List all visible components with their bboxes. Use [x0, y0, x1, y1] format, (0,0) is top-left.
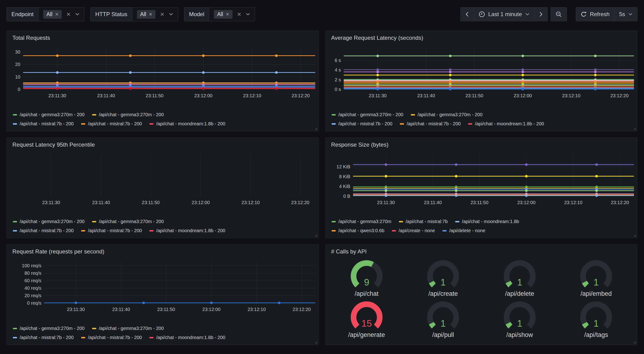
chevron-down-icon [628, 13, 632, 16]
series-point [129, 55, 132, 57]
filter-control-model[interactable]: ModelAll×× [184, 7, 255, 21]
legend-item[interactable]: /api/chat - gemma3:270m - 200 [13, 112, 84, 117]
legend-label: /api/chat - gemma3:270m - 200 [20, 219, 84, 224]
legend-item[interactable]: /api/delete - none [442, 228, 485, 233]
legend-item[interactable]: /api/chat - mistral:7b - 200 [13, 335, 74, 340]
series-point [202, 71, 205, 74]
chip-remove-icon[interactable]: × [226, 12, 229, 17]
legend-item[interactable]: /api/chat - mistral:7b - 200 [81, 335, 142, 340]
legend-label: /api/chat - gemma3:270m - 200 [99, 219, 164, 224]
panel-resize-handle[interactable] [314, 127, 317, 130]
zoom-out-button[interactable] [551, 8, 567, 21]
chart-legend: /api/chat - gemma3:270m - 200/api/chat -… [7, 326, 318, 345]
gauge-arc: 1 [575, 256, 617, 289]
legend-item[interactable]: /api/chat - gemma3:270m - 200 [13, 219, 84, 224]
panel-request-rate: Request Rate (requests per second) 0 req… [6, 244, 319, 345]
time-shift-back-button[interactable] [460, 8, 474, 21]
legend-item[interactable]: /api/chat - mistral:7b - 200 [81, 228, 142, 233]
legend-item[interactable]: /api/chat - mistral:7b - 200 [332, 121, 392, 127]
filter-control-http-status[interactable]: HTTP StatusAll×× [90, 7, 178, 21]
gauge-api-delete[interactable]: 1/api/delete [481, 256, 558, 298]
legend-swatch [13, 230, 17, 231]
gauge-label: /api/pull [432, 331, 454, 338]
gauge-api-generate[interactable]: 15/api/generate [328, 298, 405, 339]
legend-item[interactable]: /api/chat - moondream:1.8b - 200 [149, 335, 225, 340]
legend-label: /api/chat - mistral:7b - 200 [20, 335, 74, 340]
y-tick-label: 4 s [334, 67, 341, 73]
filter-chip[interactable]: All× [43, 10, 62, 19]
y-tick-label: 12 KiB [336, 164, 350, 169]
x-tick-label: 23:11:40 [424, 200, 442, 205]
series-point [525, 175, 528, 177]
legend-label: /api/chat - moondream:1.8b - 200 [156, 121, 225, 127]
legend-item[interactable]: /api/chat - moondream:1.8b - 200 [468, 121, 544, 127]
filter-clear-icon[interactable]: × [66, 11, 70, 18]
gauge-api-create[interactable]: 1/api/create [405, 256, 482, 298]
legend-item[interactable]: /api/chat - moondream:1.8b [455, 219, 519, 224]
legend-swatch [332, 221, 336, 222]
legend-item[interactable]: /api/chat - gemma3:270m - 200 [411, 112, 482, 117]
series-point [596, 175, 598, 177]
gauge-api-tags[interactable]: 1/api/tags [558, 298, 635, 339]
gauge-api-embed[interactable]: 1/api/embed [558, 256, 635, 298]
chevron-down-icon[interactable] [169, 13, 173, 16]
x-tick-label: 23:12:10 [242, 200, 260, 205]
time-shift-forward-button[interactable] [534, 8, 548, 21]
legend-item[interactable]: /api/chat - mistral:7b - 200 [13, 121, 74, 127]
y-tick-label: 0 B [343, 194, 350, 199]
legend-item[interactable]: /api/chat - gemma3:270m [332, 219, 392, 224]
filter-chip[interactable]: All× [214, 10, 232, 19]
legend-item[interactable]: /api/chat - qwen3:0.6b [332, 228, 384, 233]
panel-resize-handle[interactable] [314, 340, 317, 344]
series-point [376, 55, 379, 57]
refresh-button[interactable]: Refresh [576, 8, 614, 21]
panel-resize-handle[interactable] [633, 234, 636, 237]
filter-value[interactable]: All×× [132, 8, 178, 21]
chevron-down-icon[interactable] [75, 13, 80, 16]
y-tick-label: 8 KiB [339, 174, 350, 179]
gauge-api-pull[interactable]: 1/api/pull [405, 298, 482, 339]
legend-item[interactable]: /api/create - none [392, 228, 435, 233]
x-tick-label: 23:11:50 [142, 200, 160, 205]
legend-item[interactable]: /api/chat - gemma3:270m - 200 [13, 326, 84, 331]
gauge-api-show[interactable]: 1/api/show [481, 298, 558, 339]
filter-clear-icon[interactable]: × [237, 11, 242, 18]
series-point [594, 88, 596, 91]
legend-item[interactable]: /api/chat - mistral:7b - 200 [400, 121, 460, 127]
legend-item[interactable]: /api/chat - mistral:7b - 200 [13, 228, 74, 233]
filter-value[interactable]: All×× [209, 8, 255, 21]
legend-item[interactable]: /api/chat - moondream:1.8b - 200 [149, 228, 225, 233]
filter-value[interactable]: All×× [38, 8, 84, 21]
legend-item[interactable]: /api/chat - mistral:7b - 200 [81, 121, 142, 127]
filter-control-endpoint[interactable]: EndpointAll×× [6, 7, 84, 21]
gauge-arc: 1 [499, 256, 541, 289]
gauge-api-chat[interactable]: 9/api/chat [328, 256, 405, 298]
x-tick-label: 23:12:10 [243, 93, 261, 98]
chip-remove-icon[interactable]: × [55, 12, 58, 17]
refresh-interval-dropdown[interactable]: 5s [614, 8, 637, 21]
legend-item[interactable]: /api/chat - gemma3:270m - 200 [332, 112, 403, 117]
series-point [449, 71, 452, 73]
legend-item[interactable]: /api/chat - gemma3:270m - 200 [92, 112, 164, 117]
response-size-chart[interactable]: 0 B4 KiB8 KiB12 KiB23:11:3023:11:4023:11… [326, 151, 637, 209]
filter-chip[interactable]: All× [137, 10, 156, 19]
legend-item[interactable]: /api/chat - gemma3:270m - 200 [92, 219, 164, 224]
request-rate-chart[interactable]: 0 req/s20 req/s40 req/s60 req/s80 req/s1… [7, 258, 318, 316]
panel-resize-handle[interactable] [633, 340, 636, 344]
latency-95th-chart[interactable]: 23:11:3023:11:4023:11:5023:12:0023:12:10… [7, 151, 318, 209]
x-tick-label: 23:11:30 [42, 200, 60, 205]
chevron-down-icon[interactable] [246, 13, 250, 16]
chip-remove-icon[interactable]: × [149, 12, 152, 17]
average-latency-chart[interactable]: 0 s2 s4 s6 s23:11:3023:11:4023:11:5023:1… [326, 44, 637, 102]
panel-resize-handle[interactable] [314, 234, 317, 237]
legend-item[interactable]: /api/chat - mistral:7b [399, 219, 448, 224]
total-requests-chart[interactable]: 010203023:11:3023:11:4023:11:5023:12:002… [7, 44, 318, 102]
legend-item[interactable]: /api/chat - gemma3:270m - 200 [92, 326, 164, 331]
y-tick-label: 6 s [334, 58, 341, 63]
x-tick-label: 23:12:20 [610, 93, 628, 98]
legend-item[interactable]: /api/chat - moondream:1.8b - 200 [149, 121, 225, 127]
legend-swatch [332, 123, 336, 125]
panel-resize-handle[interactable] [633, 127, 636, 130]
time-range-picker-button[interactable]: Last 1 minute [474, 8, 534, 21]
filter-clear-icon[interactable]: × [160, 11, 164, 18]
